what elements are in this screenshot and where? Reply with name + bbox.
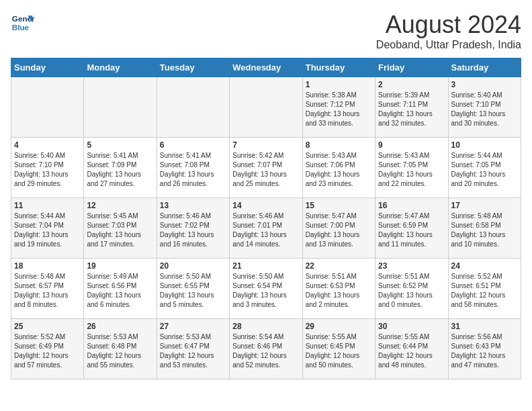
calendar-cell: 8Sunrise: 5:43 AM Sunset: 7:06 PM Daylig… (302, 138, 375, 198)
day-info: Sunrise: 5:39 AM Sunset: 7:11 PM Dayligh… (378, 91, 445, 128)
calendar-week-row: 1Sunrise: 5:38 AM Sunset: 7:12 PM Daylig… (11, 77, 521, 138)
calendar-cell: 18Sunrise: 5:48 AM Sunset: 6:57 PM Dayli… (11, 259, 84, 319)
day-number: 22 (306, 261, 372, 271)
day-info: Sunrise: 5:46 AM Sunset: 7:01 PM Dayligh… (232, 212, 299, 249)
day-info: Sunrise: 5:48 AM Sunset: 6:57 PM Dayligh… (14, 272, 81, 310)
day-number: 26 (87, 322, 153, 331)
day-number: 17 (451, 201, 518, 210)
main-title: August 2024 (376, 11, 521, 39)
day-number: 24 (451, 261, 518, 271)
day-number: 4 (14, 140, 81, 150)
calendar-cell: 26Sunrise: 5:53 AM Sunset: 6:48 PM Dayli… (84, 319, 157, 379)
day-number: 13 (160, 201, 226, 210)
day-number: 18 (14, 261, 81, 271)
calendar-cell: 7Sunrise: 5:42 AM Sunset: 7:07 PM Daylig… (230, 138, 302, 198)
day-number: 5 (87, 140, 153, 150)
day-number: 10 (451, 140, 518, 150)
calendar-cell: 5Sunrise: 5:41 AM Sunset: 7:09 PM Daylig… (84, 138, 157, 198)
day-info: Sunrise: 5:40 AM Sunset: 7:10 PM Dayligh… (451, 91, 518, 128)
day-info: Sunrise: 5:56 AM Sunset: 6:43 PM Dayligh… (451, 332, 518, 370)
weekday-header: Monday (84, 58, 157, 77)
calendar-cell: 14Sunrise: 5:46 AM Sunset: 7:01 PM Dayli… (230, 198, 302, 259)
day-info: Sunrise: 5:50 AM Sunset: 6:54 PM Dayligh… (232, 272, 299, 310)
day-info: Sunrise: 5:49 AM Sunset: 6:56 PM Dayligh… (87, 272, 153, 310)
day-number: 31 (451, 322, 518, 331)
day-info: Sunrise: 5:50 AM Sunset: 6:55 PM Dayligh… (160, 272, 226, 310)
weekday-header: Sunday (11, 58, 84, 77)
calendar-cell: 17Sunrise: 5:48 AM Sunset: 6:58 PM Dayli… (448, 198, 521, 259)
day-info: Sunrise: 5:41 AM Sunset: 7:09 PM Dayligh… (87, 151, 153, 189)
page-header: General Blue August 2024 Deoband, Uttar … (11, 11, 521, 51)
calendar-cell (230, 77, 302, 138)
calendar-cell: 9Sunrise: 5:43 AM Sunset: 7:05 PM Daylig… (375, 138, 448, 198)
calendar-week-row: 11Sunrise: 5:44 AM Sunset: 7:04 PM Dayli… (11, 198, 521, 259)
day-number: 16 (378, 201, 445, 210)
calendar-cell (157, 77, 229, 138)
day-number: 23 (378, 261, 445, 271)
calendar-cell: 31Sunrise: 5:56 AM Sunset: 6:43 PM Dayli… (448, 319, 521, 379)
day-number: 3 (451, 80, 518, 89)
logo-icon: General Blue (11, 11, 35, 35)
title-block: August 2024 Deoband, Uttar Pradesh, Indi… (376, 11, 521, 51)
day-number: 6 (160, 140, 226, 150)
day-info: Sunrise: 5:46 AM Sunset: 7:02 PM Dayligh… (160, 212, 226, 249)
calendar-cell: 27Sunrise: 5:53 AM Sunset: 6:47 PM Dayli… (157, 319, 229, 379)
day-info: Sunrise: 5:54 AM Sunset: 6:46 PM Dayligh… (232, 332, 299, 370)
calendar-cell: 16Sunrise: 5:47 AM Sunset: 6:59 PM Dayli… (375, 198, 448, 259)
day-info: Sunrise: 5:53 AM Sunset: 6:47 PM Dayligh… (160, 332, 226, 370)
calendar-cell (84, 77, 157, 138)
calendar-cell: 19Sunrise: 5:49 AM Sunset: 6:56 PM Dayli… (84, 259, 157, 319)
calendar-cell: 22Sunrise: 5:51 AM Sunset: 6:53 PM Dayli… (302, 259, 375, 319)
weekday-header: Tuesday (157, 58, 229, 77)
calendar-cell: 30Sunrise: 5:55 AM Sunset: 6:44 PM Dayli… (375, 319, 448, 379)
day-info: Sunrise: 5:41 AM Sunset: 7:08 PM Dayligh… (160, 151, 226, 189)
day-number: 21 (232, 261, 299, 271)
calendar-week-row: 18Sunrise: 5:48 AM Sunset: 6:57 PM Dayli… (11, 259, 521, 319)
day-info: Sunrise: 5:42 AM Sunset: 7:07 PM Dayligh… (232, 151, 299, 189)
calendar-cell: 28Sunrise: 5:54 AM Sunset: 6:46 PM Dayli… (230, 319, 302, 379)
day-info: Sunrise: 5:51 AM Sunset: 6:53 PM Dayligh… (306, 272, 372, 310)
calendar-cell: 29Sunrise: 5:55 AM Sunset: 6:45 PM Dayli… (302, 319, 375, 379)
calendar-cell: 13Sunrise: 5:46 AM Sunset: 7:02 PM Dayli… (157, 198, 229, 259)
calendar-cell: 24Sunrise: 5:52 AM Sunset: 6:51 PM Dayli… (448, 259, 521, 319)
calendar-cell: 21Sunrise: 5:50 AM Sunset: 6:54 PM Dayli… (230, 259, 302, 319)
calendar-cell: 3Sunrise: 5:40 AM Sunset: 7:10 PM Daylig… (448, 77, 521, 138)
logo: General Blue (11, 11, 35, 35)
day-info: Sunrise: 5:51 AM Sunset: 6:52 PM Dayligh… (378, 272, 445, 310)
subtitle: Deoband, Uttar Pradesh, India (376, 39, 521, 51)
day-info: Sunrise: 5:53 AM Sunset: 6:48 PM Dayligh… (87, 332, 153, 370)
calendar-cell: 1Sunrise: 5:38 AM Sunset: 7:12 PM Daylig… (302, 77, 375, 138)
weekday-header: Saturday (448, 58, 521, 77)
day-number: 11 (14, 201, 81, 210)
day-number: 14 (232, 201, 299, 210)
day-info: Sunrise: 5:47 AM Sunset: 6:59 PM Dayligh… (378, 212, 445, 249)
day-info: Sunrise: 5:40 AM Sunset: 7:10 PM Dayligh… (14, 151, 81, 189)
day-number: 19 (87, 261, 153, 271)
day-info: Sunrise: 5:47 AM Sunset: 7:00 PM Dayligh… (306, 212, 372, 249)
day-info: Sunrise: 5:45 AM Sunset: 7:03 PM Dayligh… (87, 212, 153, 249)
day-number: 7 (232, 140, 299, 150)
day-info: Sunrise: 5:55 AM Sunset: 6:45 PM Dayligh… (306, 332, 372, 370)
day-number: 8 (306, 140, 372, 150)
weekday-header-row: SundayMondayTuesdayWednesdayThursdayFrid… (11, 58, 521, 77)
day-info: Sunrise: 5:43 AM Sunset: 7:06 PM Dayligh… (306, 151, 372, 189)
day-info: Sunrise: 5:43 AM Sunset: 7:05 PM Dayligh… (378, 151, 445, 189)
day-info: Sunrise: 5:38 AM Sunset: 7:12 PM Dayligh… (306, 91, 372, 128)
day-number: 27 (160, 322, 226, 331)
day-number: 9 (378, 140, 445, 150)
calendar-cell: 10Sunrise: 5:44 AM Sunset: 7:05 PM Dayli… (448, 138, 521, 198)
calendar-cell: 11Sunrise: 5:44 AM Sunset: 7:04 PM Dayli… (11, 198, 84, 259)
day-info: Sunrise: 5:44 AM Sunset: 7:04 PM Dayligh… (14, 212, 81, 249)
day-info: Sunrise: 5:52 AM Sunset: 6:51 PM Dayligh… (451, 272, 518, 310)
day-info: Sunrise: 5:48 AM Sunset: 6:58 PM Dayligh… (451, 212, 518, 249)
svg-text:Blue: Blue (12, 23, 30, 32)
day-info: Sunrise: 5:44 AM Sunset: 7:05 PM Dayligh… (451, 151, 518, 189)
calendar-week-row: 4Sunrise: 5:40 AM Sunset: 7:10 PM Daylig… (11, 138, 521, 198)
day-number: 25 (14, 322, 81, 331)
calendar-cell (11, 77, 84, 138)
calendar-cell: 12Sunrise: 5:45 AM Sunset: 7:03 PM Dayli… (84, 198, 157, 259)
calendar-cell: 15Sunrise: 5:47 AM Sunset: 7:00 PM Dayli… (302, 198, 375, 259)
calendar-cell: 2Sunrise: 5:39 AM Sunset: 7:11 PM Daylig… (375, 77, 448, 138)
weekday-header: Wednesday (230, 58, 302, 77)
calendar-cell: 6Sunrise: 5:41 AM Sunset: 7:08 PM Daylig… (157, 138, 229, 198)
